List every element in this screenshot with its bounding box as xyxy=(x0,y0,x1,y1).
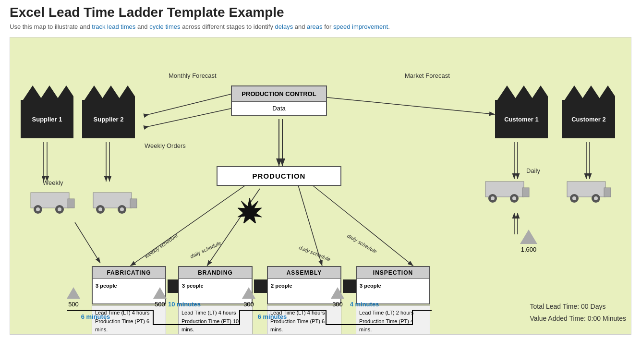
monthly-forecast-label: Monthly Forecast xyxy=(169,72,217,79)
customer2-label: Customer 2 xyxy=(562,100,615,138)
svg-point-58 xyxy=(594,196,598,200)
svg-marker-27 xyxy=(101,85,121,100)
totals-box: Total Lead Time: 00 Days Value Added Tim… xyxy=(530,301,626,325)
customer-triangle-group: 1,600 xyxy=(520,230,537,253)
customer1-truck xyxy=(483,179,531,207)
starburst-svg xyxy=(237,197,263,223)
svg-marker-59 xyxy=(238,198,262,223)
customer-triangle-icon xyxy=(520,230,537,244)
svg-line-16 xyxy=(313,185,413,266)
branding-people: 3 people xyxy=(182,283,204,289)
svg-point-50 xyxy=(491,196,495,200)
page-title: Excel Lead Time Ladder Template Example xyxy=(10,5,631,20)
arrow2-branding-assembly xyxy=(254,279,267,293)
customer2-factory: Customer 2 xyxy=(562,83,615,138)
svg-line-5 xyxy=(149,94,231,114)
diagram-area: Supplier 1 Supplier 2 Customer 1 Custome… xyxy=(10,37,631,335)
weekly-orders-label: Weekly Orders xyxy=(145,142,186,149)
quantity-1600-label: 1,600 xyxy=(521,246,537,253)
supplier2-factory: Supplier 2 xyxy=(82,83,135,138)
customer1-roof-icon xyxy=(495,83,548,100)
daily-schedule2-label: daily schedule xyxy=(298,244,331,262)
svg-rect-48 xyxy=(522,188,529,197)
market-forecast-label: Market Forecast xyxy=(405,72,450,79)
ladder-timeline-svg: 6 minutes 10 minutes 6 minutes 4 minutes xyxy=(67,296,441,329)
weekly-schedule-label: weekly schedule xyxy=(144,232,179,259)
svg-marker-33 xyxy=(581,85,601,100)
production-label: PRODUCTION xyxy=(253,172,306,180)
supplier1-truck xyxy=(28,190,76,218)
prod-control-header: PRODUCTION CONTROL xyxy=(232,86,326,102)
supplier2-label: Supplier 2 xyxy=(82,100,135,138)
svg-text:10 minutes: 10 minutes xyxy=(168,301,201,308)
svg-line-12 xyxy=(75,222,100,263)
svg-line-7 xyxy=(327,97,495,114)
supplier1-roof-icon xyxy=(21,83,73,100)
svg-rect-42 xyxy=(130,199,137,208)
svg-text:6 minutes: 6 minutes xyxy=(81,313,110,320)
fabricating-header: FABRICATING xyxy=(93,267,165,279)
supplier1-truck-icon xyxy=(28,190,76,217)
svg-marker-28 xyxy=(118,85,135,100)
weekly-label: Weekly xyxy=(43,179,63,186)
customer2-roof-icon xyxy=(562,83,615,100)
svg-point-44 xyxy=(98,207,102,211)
svg-rect-36 xyxy=(68,199,74,208)
assembly-people: 2 people xyxy=(271,283,292,289)
branding-header: BRANDING xyxy=(179,267,252,279)
process-arrow2-icon xyxy=(254,279,267,293)
svg-marker-32 xyxy=(565,85,584,100)
svg-point-52 xyxy=(512,196,516,200)
svg-marker-24 xyxy=(40,85,59,100)
svg-marker-29 xyxy=(497,85,517,100)
inspection-body: 3 people xyxy=(357,279,429,293)
supplier2-truck xyxy=(91,190,139,218)
total-lead-time: Total Lead Time: 00 Days xyxy=(530,301,626,313)
daily-schedule3-label: daily schedule xyxy=(346,233,378,255)
svg-marker-25 xyxy=(57,85,73,100)
arrow3-assembly-inspection xyxy=(343,279,356,293)
customer1-label: Customer 1 xyxy=(495,100,548,138)
daily-schedule1-label: daily schedule xyxy=(189,240,222,259)
supplier1-label: Supplier 1 xyxy=(21,100,73,138)
process-arrow3-icon xyxy=(343,279,356,293)
customer2-truck-icon xyxy=(565,179,613,206)
svg-marker-31 xyxy=(531,85,548,100)
svg-rect-54 xyxy=(604,188,611,197)
assembly-body: 2 people xyxy=(268,279,340,293)
customer2-truck xyxy=(565,179,613,207)
svg-text:4 minutes: 4 minutes xyxy=(350,301,379,308)
production-box: PRODUCTION xyxy=(217,166,341,186)
subtitle: Use this map to illustrate and track lea… xyxy=(10,23,631,30)
supplier2-roof-icon xyxy=(82,83,135,100)
inspection-header: INSPECTION xyxy=(357,267,429,279)
svg-line-6 xyxy=(149,109,231,126)
assembly-header: ASSEMBLY xyxy=(268,267,340,279)
svg-marker-34 xyxy=(598,85,615,100)
svg-point-40 xyxy=(58,207,61,211)
supplier2-truck-icon xyxy=(91,190,139,217)
svg-point-38 xyxy=(36,207,40,211)
prod-control-sub: Data xyxy=(232,102,326,115)
svg-point-56 xyxy=(572,196,576,200)
svg-marker-26 xyxy=(85,85,104,100)
customer1-truck-icon xyxy=(483,179,531,206)
value-added-time: Value Added Time: 0:00 Minutes xyxy=(530,313,626,325)
production-control-box: PRODUCTION CONTROL Data xyxy=(231,85,327,116)
supplier1-factory: Supplier 1 xyxy=(21,83,73,138)
branding-body: 3 people xyxy=(179,279,252,293)
daily-label: Daily xyxy=(526,167,540,174)
fabricating-people: 3 people xyxy=(96,283,117,289)
inspection-people: 3 people xyxy=(360,283,381,289)
svg-marker-23 xyxy=(23,85,42,100)
svg-point-46 xyxy=(120,207,124,211)
customer1-factory: Customer 1 xyxy=(495,83,548,138)
starburst-icon xyxy=(237,197,263,223)
svg-marker-30 xyxy=(514,85,533,100)
svg-text:6 minutes: 6 minutes xyxy=(258,313,287,320)
